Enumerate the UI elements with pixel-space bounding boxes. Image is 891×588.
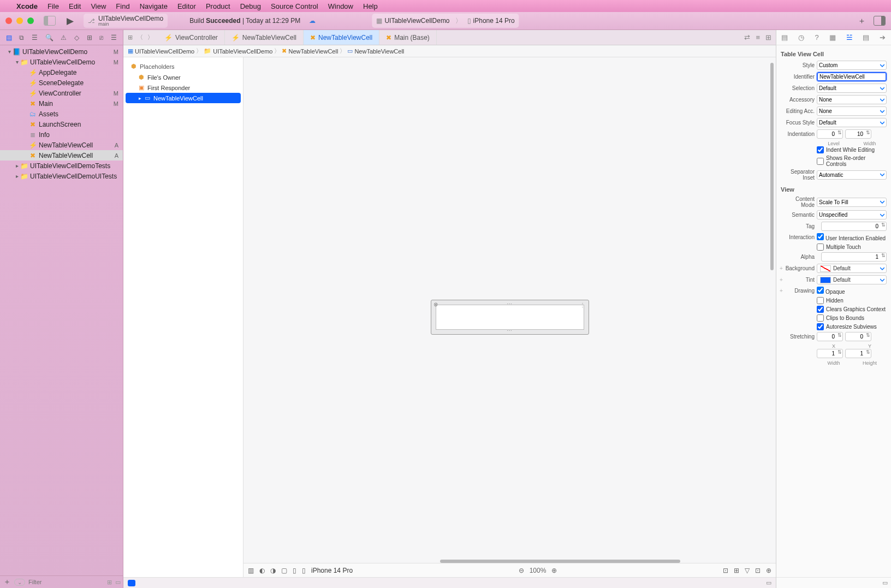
toggle-outline-button[interactable]: ▥ <box>248 567 254 574</box>
report-navigator-icon[interactable]: ☰ <box>111 34 117 41</box>
device-config-icon[interactable]: ▯ <box>302 567 306 574</box>
menu-find[interactable]: Find <box>116 2 129 10</box>
editor-options-icon[interactable]: ≡ <box>756 33 760 41</box>
library-icon[interactable]: ⊕ <box>766 567 771 574</box>
scheme-selector[interactable]: ⎇ UITableViewCellDemo main <box>84 14 168 28</box>
clears-graphics-checkbox[interactable] <box>817 306 824 313</box>
close-handle-icon[interactable]: ⊗ <box>433 301 438 307</box>
nav-item-main[interactable]: ✖MainM <box>0 98 123 109</box>
debug-bubble-icon[interactable] <box>128 580 135 586</box>
source-control-navigator-icon[interactable]: ⧉ <box>19 34 24 41</box>
nav-item-newtableviewcell[interactable]: ⚡NewTableViewCellA <box>0 140 123 150</box>
clips-checkbox[interactable] <box>817 314 824 322</box>
inspector-footer-icon[interactable]: ▭ <box>882 579 888 586</box>
zoom-in-icon[interactable]: ⊕ <box>551 567 557 574</box>
canvas-device-label[interactable]: iPhone 14 Pro <box>311 567 353 574</box>
recent-filter-icon[interactable]: ⊞ <box>107 579 112 586</box>
zoom-window-button[interactable] <box>27 17 34 24</box>
identity-inspector-icon[interactable]: ▦ <box>829 33 836 41</box>
add-file-button[interactable]: ＋ <box>3 577 11 587</box>
connections-inspector-icon[interactable]: ➔ <box>880 33 886 41</box>
test-navigator-icon[interactable]: ◇ <box>74 34 79 41</box>
nav-item-uitableviewcelldemo[interactable]: ▾📘UITableViewCellDemoM <box>0 46 123 57</box>
menu-source-control[interactable]: Source Control <box>271 2 318 10</box>
add-drawing-icon[interactable]: + <box>780 288 783 294</box>
related-items-icon[interactable]: ⊞ <box>128 34 133 41</box>
toggle-inspector-button[interactable] <box>874 16 886 26</box>
autoresize-checkbox[interactable] <box>817 323 824 330</box>
find-navigator-icon[interactable]: 🔍 <box>45 34 54 41</box>
right-handle-icon[interactable]: ⋮ <box>580 302 585 308</box>
orientation-icon[interactable]: ▢ <box>281 567 287 574</box>
top-handle-icon[interactable]: ⋯ <box>507 301 513 307</box>
zoom-level[interactable]: 100% <box>530 567 547 574</box>
stretch-x-input[interactable] <box>817 332 843 341</box>
menu-window[interactable]: Window <box>328 2 353 10</box>
identifier-input[interactable] <box>817 72 887 81</box>
focus-style-select[interactable]: Default <box>817 118 887 127</box>
menu-editor[interactable]: Editor <box>177 2 196 10</box>
appearance-icon[interactable]: ◑ <box>270 567 276 574</box>
ib-canvas[interactable]: ⊗ ⋯ ⋮ ⋯ ⌕ ▥ ◐ ◑ ▢ ▯ ▯ <box>243 57 776 577</box>
forward-button[interactable]: 〉 <box>147 33 153 41</box>
content-mode-select[interactable]: Scale To Fill <box>817 198 887 207</box>
pin-icon[interactable]: ⊞ <box>734 567 739 574</box>
menu-file[interactable]: File <box>47 2 59 10</box>
accessory-select[interactable]: None <box>817 95 887 104</box>
resolve-issues-icon[interactable]: ▽ <box>745 567 750 574</box>
jump-2[interactable]: NewTableViewCell <box>288 48 338 55</box>
jump-3[interactable]: NewTableViewCell <box>354 48 404 55</box>
tab-newtableviewcell[interactable]: ⚡NewTableViewCell <box>225 30 304 45</box>
selection-select[interactable]: Default <box>817 84 887 93</box>
align-icon[interactable]: ⊡ <box>723 567 728 574</box>
outline-file-s-owner[interactable]: ⬢File's Owner <box>126 72 241 82</box>
add-tint-icon[interactable]: + <box>780 277 783 283</box>
add-editor-button[interactable]: ＋ <box>858 16 866 26</box>
menu-xcode[interactable]: Xcode <box>16 2 38 10</box>
outline-first-responder[interactable]: ▣First Responder <box>126 82 241 93</box>
menu-help[interactable]: Help <box>363 2 378 10</box>
add-background-icon[interactable]: + <box>780 265 783 271</box>
project-tree[interactable]: ▾📘UITableViewCellDemoM▾📁UITableViewCellD… <box>0 45 123 575</box>
nav-item-assets[interactable]: 🗂Assets <box>0 109 123 119</box>
zoom-out-icon[interactable]: ⊖ <box>519 567 524 574</box>
menu-debug[interactable]: Debug <box>240 2 261 10</box>
project-navigator-icon[interactable]: ▤ <box>6 34 12 41</box>
semantic-select[interactable]: Unspecified <box>817 210 887 219</box>
cloud-icon[interactable]: ☁ <box>309 17 316 25</box>
file-inspector-icon[interactable]: ▤ <box>781 33 788 41</box>
indent-level-input[interactable] <box>817 129 843 139</box>
nav-item-uitableviewcelldemo[interactable]: ▾📁UITableViewCellDemoM <box>0 57 123 67</box>
menu-navigate[interactable]: Navigate <box>140 2 168 10</box>
nav-item-viewcontroller[interactable]: ⚡ViewControllerM <box>0 88 123 98</box>
indent-while-editing-checkbox[interactable] <box>817 146 824 153</box>
size-inspector-icon[interactable]: ▤ <box>863 33 869 41</box>
style-select[interactable]: Custom <box>817 61 887 70</box>
user-interaction-checkbox[interactable] <box>817 233 824 240</box>
menu-edit[interactable]: Edit <box>69 2 81 10</box>
navigator-filter-input[interactable] <box>28 579 104 585</box>
nav-item-scenedelegate[interactable]: ⚡SceneDelegate <box>0 78 123 88</box>
tag-input[interactable] <box>821 222 887 231</box>
jump-bar[interactable]: ▦ UITableViewCellDemo〉 📁 UITableViewCell… <box>123 45 776 57</box>
alpha-input[interactable] <box>821 252 887 262</box>
filter-scope-button[interactable]: ⌄ <box>14 579 25 586</box>
tab-main-base-[interactable]: ✖Main (Base) <box>379 30 437 45</box>
help-inspector-icon[interactable]: ? <box>815 33 818 41</box>
separator-select[interactable]: Automatic <box>817 170 887 180</box>
nav-item-appdelegate[interactable]: ⚡AppDelegate <box>0 67 123 78</box>
adjust-options-icon[interactable]: ◐ <box>259 567 265 574</box>
back-button[interactable]: 〈 <box>137 33 143 41</box>
nav-item-info[interactable]: ≣Info <box>0 129 123 140</box>
adjust-editor-icon[interactable]: ⇄ <box>744 33 750 41</box>
stretch-y-input[interactable] <box>845 332 871 341</box>
background-swatch[interactable] <box>820 265 831 272</box>
breakpoint-navigator-icon[interactable]: ⎚ <box>99 34 103 41</box>
scm-filter-icon[interactable]: ▭ <box>115 579 121 586</box>
stretch-h-input[interactable] <box>845 349 871 358</box>
vary-traits-icon[interactable]: ▯ <box>293 567 296 574</box>
menu-view[interactable]: View <box>91 2 106 10</box>
tab-viewcontroller[interactable]: ⚡ViewController <box>158 30 225 45</box>
history-inspector-icon[interactable]: ◷ <box>798 33 804 41</box>
shows-reorder-checkbox[interactable] <box>817 158 824 165</box>
